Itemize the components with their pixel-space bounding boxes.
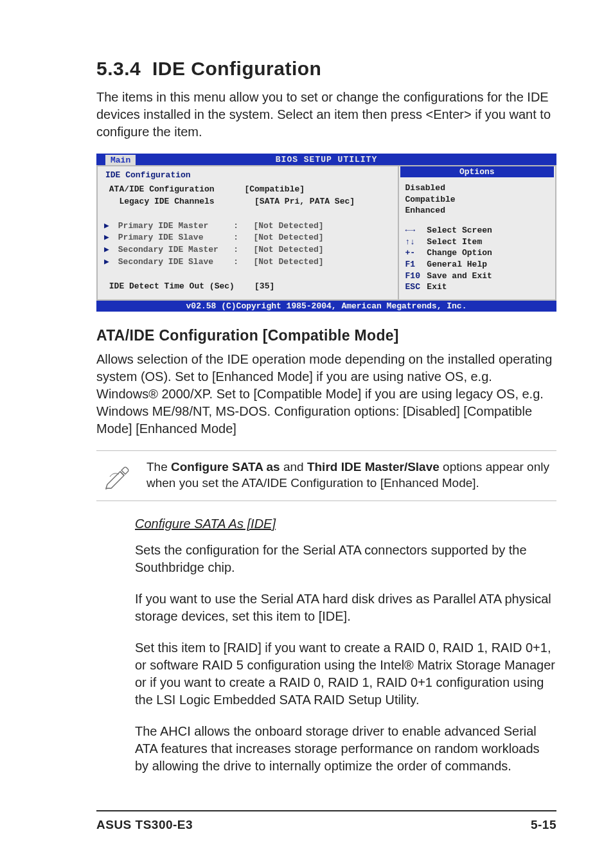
footer-page: 5-15 [531, 818, 556, 832]
bios-option[interactable]: Enhanced [405, 205, 549, 217]
bios-help-row: ↑↓ Select Item [405, 236, 549, 248]
bios-setting-row[interactable]: ▶ Secondary IDE Slave : [Not Detected] [104, 256, 391, 269]
note-text: The Configure SATA as and Third IDE Mast… [147, 459, 554, 492]
bios-title: BIOS SETUP UTILITY [96, 155, 556, 164]
note-block: The Configure SATA as and Third IDE Mast… [96, 450, 556, 501]
sata-p1: Sets the configuration for the Serial AT… [135, 542, 556, 576]
bios-main-panel: IDE Configuration ATA/IDE Configuration … [96, 165, 398, 301]
section-number: 5.3.4 [96, 58, 141, 79]
bios-help-row: F1 General Help [405, 259, 549, 270]
bios-option[interactable]: Disabled [405, 182, 549, 194]
bios-title-bar: BIOS SETUP UTILITY Main [96, 154, 556, 165]
sata-p3: Set this item to [RAID] if you want to c… [135, 639, 556, 709]
bios-help-row: F10 Save and Exit [405, 270, 549, 282]
bios-screenshot: BIOS SETUP UTILITY Main IDE Configuratio… [96, 154, 556, 312]
bios-setting-row[interactable]: IDE Detect Time Out (Sec) [35] [104, 281, 391, 293]
bios-setting-row[interactable]: ▶ Secondary IDE Master : [Not Detected] [104, 244, 391, 256]
sata-p2: If you want to use the Serial ATA hard d… [135, 590, 556, 625]
pencil-icon [99, 459, 135, 490]
bios-help-row: ESC Exit [405, 281, 549, 293]
bios-setting-row [104, 208, 391, 220]
bios-setting-row[interactable]: ATA/IDE Configuration [Compatible] [104, 184, 391, 196]
bios-setting-row [104, 269, 391, 281]
bios-help-row: +- Change Option [405, 247, 549, 259]
subheading-paragraph: Allows selection of the IDE operation mo… [96, 351, 556, 438]
intro-paragraph: The items in this menu allow you to set … [96, 89, 556, 141]
bios-setting-row[interactable]: Legacy IDE Channels [SATA Pri, PATA Sec] [104, 196, 391, 208]
bios-copyright: v02.58 (C)Copyright 1985-2004, American … [96, 301, 556, 312]
footer-product: ASUS TS300-E3 [96, 818, 193, 832]
sata-heading: Configure SATA As [IDE] [135, 517, 556, 531]
bios-panel-title: IDE Configuration [104, 170, 391, 184]
bios-option[interactable]: Compatible [405, 194, 549, 206]
bios-options-title: Options [400, 166, 554, 177]
bios-side-panel: Options DisabledCompatibleEnhanced ←→ Se… [398, 165, 556, 301]
sata-p4: The AHCI allows the onboard storage driv… [135, 723, 556, 775]
subheading: ATA/IDE Configuration [Compatible Mode] [96, 327, 556, 344]
bios-help-row: ←→ Select Screen [405, 225, 549, 236]
section-title: IDE Configuration [152, 58, 321, 79]
bios-tab-main[interactable]: Main [105, 155, 136, 165]
page-footer: ASUS TS300-E3 5-15 [96, 810, 556, 832]
bios-setting-row[interactable]: ▶ Primary IDE Master : [Not Detected] [104, 220, 391, 233]
bios-help-keys: ←→ Select Screen↑↓ Select Item+- Change … [399, 221, 555, 299]
bios-setting-row[interactable]: ▶ Primary IDE Slave : [Not Detected] [104, 232, 391, 244]
section-heading: 5.3.4 IDE Configuration [96, 58, 556, 80]
